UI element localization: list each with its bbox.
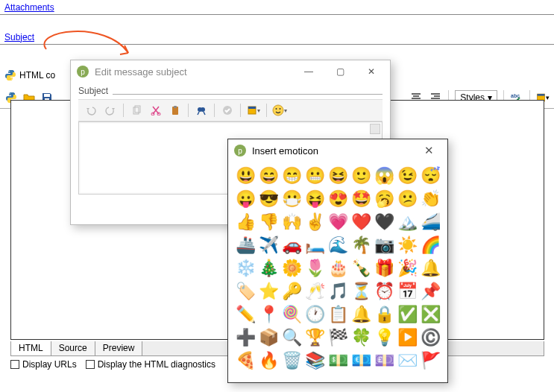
tab-source[interactable]: Source (51, 341, 95, 355)
emoji-cell[interactable]: 😛 (234, 188, 256, 210)
emoji-cell[interactable]: 🔒 (373, 303, 395, 326)
emoji-cell[interactable]: 🍀 (350, 326, 372, 349)
emoji-cell[interactable]: 🖤 (373, 211, 395, 233)
tab-preview[interactable]: Preview (95, 341, 143, 355)
undo-button[interactable] (83, 102, 99, 118)
emoji-cell[interactable]: 💵 (327, 350, 349, 372)
emoji-cell[interactable]: 🚢 (234, 234, 256, 256)
emoji-cell[interactable]: 🌊 (327, 234, 349, 256)
emoji-cell[interactable]: 😬 (303, 165, 326, 187)
emoji-cell[interactable]: 📋 (327, 303, 349, 326)
display-diagnostics-checkbox[interactable]: Display the HTML diagnostics (86, 359, 215, 370)
emoji-cell[interactable]: ✌️ (303, 211, 326, 233)
emoji-cell[interactable]: ☀️ (396, 234, 418, 256)
emoji-cell[interactable]: ✈️ (257, 234, 280, 256)
emoji-cell[interactable]: 🏷️ (234, 280, 256, 303)
emoji-cell[interactable]: ⏳ (350, 280, 372, 303)
close-button[interactable]: ✕ (359, 63, 384, 80)
emoji-cell[interactable]: 😎 (257, 188, 280, 210)
emoji-cell[interactable]: 🎵 (327, 280, 349, 303)
emoji-cell[interactable]: 📌 (419, 280, 441, 303)
redo-button[interactable] (102, 102, 119, 118)
note-button[interactable]: ▾ (245, 102, 262, 118)
emoji-cell[interactable]: 🔔 (350, 303, 372, 326)
emoji-cell[interactable]: 🔔 (419, 257, 441, 279)
emoji-cell[interactable]: 🥂 (303, 280, 326, 303)
emoji-cell[interactable]: 📚 (303, 350, 326, 372)
emoji-cell[interactable]: 📷 (373, 234, 395, 256)
emoji-cell[interactable]: 💷 (373, 350, 395, 372)
emoji-cell[interactable]: 📍 (257, 303, 280, 326)
emoji-cell[interactable]: ⭐ (257, 280, 280, 303)
emoji-cell[interactable]: 🌴 (350, 234, 372, 256)
emoji-cell[interactable]: 😕 (396, 188, 418, 210)
attachments-link[interactable]: Attachments (0, 2, 60, 13)
emoji-cell[interactable]: ▶️ (396, 326, 418, 349)
emoji-cell[interactable]: 🍕 (234, 350, 256, 372)
emoji-cell[interactable]: ❎ (419, 303, 441, 326)
emoji-cell[interactable]: 🌷 (303, 257, 326, 279)
emoji-cell[interactable]: 🏔️ (396, 211, 418, 233)
emoji-cell[interactable]: 🏁 (327, 326, 349, 349)
emoji-cell[interactable]: 😉 (396, 165, 418, 187)
close-button[interactable]: ✕ (416, 142, 441, 159)
emoji-cell[interactable]: 🔥 (257, 350, 280, 372)
emoji-cell[interactable]: ❄️ (234, 257, 256, 279)
emoji-cell[interactable]: 🏆 (303, 326, 326, 349)
emoji-cell[interactable]: 🎄 (257, 257, 280, 279)
emoji-cell[interactable]: ©️ (419, 326, 441, 349)
emoji-cell[interactable]: 😆 (327, 165, 349, 187)
paste-button[interactable] (167, 102, 183, 118)
emoji-cell[interactable]: 🔍 (280, 326, 303, 349)
display-urls-checkbox[interactable]: Display URLs (10, 359, 77, 370)
emoji-cell[interactable]: 💶 (350, 350, 372, 372)
insert-emoticon-button[interactable]: ▾ (271, 102, 288, 118)
emoji-cell[interactable]: ✉️ (396, 350, 418, 372)
emoji-cell[interactable]: 🚩 (419, 350, 441, 372)
emoji-cell[interactable]: 😍 (327, 188, 349, 210)
emoji-cell[interactable]: ✅ (396, 303, 418, 326)
emoji-cell[interactable]: ⏰ (373, 280, 395, 303)
copy-button[interactable] (128, 102, 145, 118)
maximize-button[interactable]: ▢ (327, 63, 353, 80)
emoji-cell[interactable]: 🤩 (350, 188, 372, 210)
emoji-cell[interactable]: 🙂 (350, 165, 372, 187)
attachments-input[interactable] (60, 1, 554, 14)
emoji-cell[interactable]: 😃 (234, 165, 256, 187)
emoji-cell[interactable]: 👍 (234, 211, 256, 233)
emoji-cell[interactable]: 🌈 (419, 234, 441, 256)
emoji-cell[interactable]: 💗 (327, 211, 349, 233)
emoji-cell[interactable]: 🎁 (373, 257, 395, 279)
emoji-cell[interactable]: 🙌 (280, 211, 303, 233)
emoji-cell[interactable]: 😷 (280, 188, 303, 210)
emoji-cell[interactable]: 🎉 (396, 257, 418, 279)
subject-link[interactable]: Subject (0, 32, 60, 42)
emoji-cell[interactable]: 🍾 (350, 257, 372, 279)
find-button[interactable] (193, 102, 210, 118)
emoji-cell[interactable]: 🚗 (280, 234, 303, 256)
emoji-cell[interactable]: 📅 (396, 280, 418, 303)
emoji-cell[interactable]: 🔑 (280, 280, 303, 303)
emoji-cell[interactable]: 🛏️ (303, 234, 326, 256)
emoji-cell[interactable]: ❤️ (350, 211, 372, 233)
emoji-cell[interactable]: 🎂 (327, 257, 349, 279)
minimize-button[interactable]: — (296, 63, 321, 80)
emoji-cell[interactable]: 🕐 (303, 303, 326, 326)
emoji-cell[interactable]: 📦 (257, 326, 280, 349)
emoji-cell[interactable]: 😴 (419, 165, 441, 187)
check-button[interactable] (219, 102, 236, 118)
cut-button[interactable] (148, 102, 164, 118)
emoji-cell[interactable]: 👎 (257, 211, 280, 233)
emoji-cell[interactable]: 🚄 (419, 211, 441, 233)
emoji-cell[interactable]: 😁 (280, 165, 303, 187)
emoji-cell[interactable]: ➕ (234, 326, 256, 349)
emoji-cell[interactable]: 🌼 (280, 257, 303, 279)
tab-html[interactable]: HTML (11, 341, 51, 355)
emoji-cell[interactable]: 🥱 (373, 188, 395, 210)
emoji-cell[interactable]: 😱 (373, 165, 395, 187)
emoji-cell[interactable]: 🍭 (280, 303, 303, 326)
subject-input[interactable] (60, 31, 554, 44)
scroll-up-button[interactable] (370, 124, 380, 134)
emoji-cell[interactable]: 🗑️ (280, 350, 303, 372)
emoji-cell[interactable]: ✏️ (234, 303, 256, 326)
